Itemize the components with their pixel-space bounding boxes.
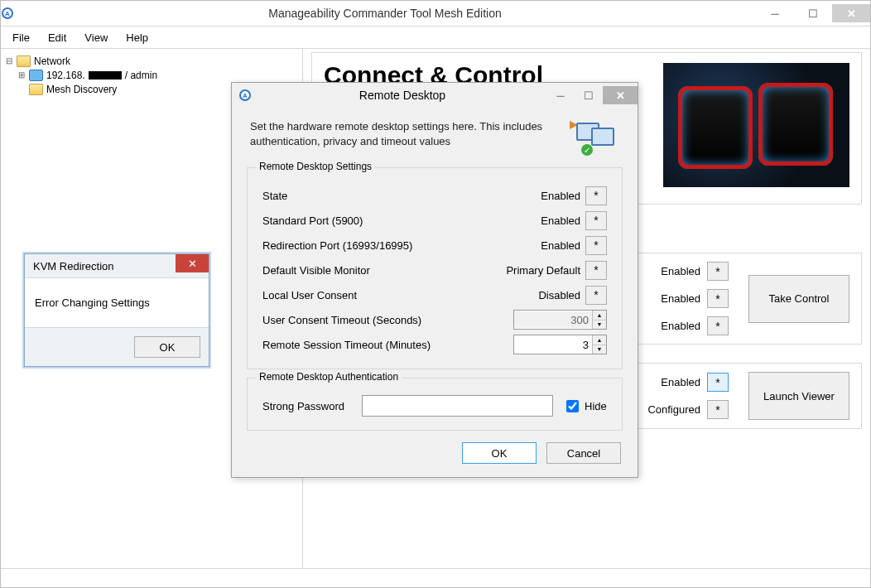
spinner-up-icon[interactable]: ▲: [593, 335, 606, 345]
menubar: File Edit View Help: [1, 27, 870, 49]
main-titlebar: A Manageability Commander Tool Mesh Edit…: [1, 1, 870, 27]
monitor-options-button[interactable]: *: [585, 261, 607, 280]
hide-password-checkbox[interactable]: Hide: [563, 398, 607, 415]
standard-port-value: Enabled: [498, 214, 580, 227]
monitor-label: Default Visible Monitor: [262, 264, 498, 277]
svg-text:A: A: [243, 92, 248, 99]
maximize-button[interactable]: ☐: [794, 4, 832, 22]
options-button[interactable]: *: [707, 262, 729, 281]
close-button[interactable]: ✕: [603, 86, 638, 104]
settings-group: Remote Desktop Settings StateEnabled* St…: [247, 167, 623, 369]
consent-label: Local User Consent: [262, 289, 498, 301]
redirection-port-label: Redirection Port (16993/16995): [262, 239, 498, 252]
launch-viewer-button[interactable]: Launch Viewer: [748, 372, 849, 420]
cancel-button[interactable]: Cancel: [546, 442, 621, 464]
tree-label: / admin: [125, 70, 157, 81]
state-options-button[interactable]: *: [585, 186, 607, 205]
close-button[interactable]: ✕: [176, 254, 209, 272]
options-button[interactable]: *: [707, 289, 729, 308]
hide-label: Hide: [585, 400, 607, 412]
state-value: Enabled: [498, 190, 580, 202]
redacted-text: [89, 71, 122, 80]
ok-button[interactable]: OK: [462, 442, 537, 464]
app-icon: A: [238, 89, 252, 102]
status-bar: [1, 568, 870, 587]
close-button[interactable]: ✕: [832, 4, 870, 22]
consent-value: Disabled: [498, 289, 580, 301]
consent-timeout-spinner[interactable]: ▲▼: [513, 310, 607, 330]
minimize-button[interactable]: ─: [546, 86, 575, 104]
redirection-port-value: Enabled: [498, 239, 580, 252]
folder-icon: [17, 55, 31, 67]
consent-timeout-input: [514, 311, 592, 328]
consent-timeout-label: User Consent Timeout (Seconds): [262, 314, 513, 326]
remote-desktop-icon: ✓: [573, 119, 619, 157]
menu-help[interactable]: Help: [126, 31, 148, 44]
expand-icon[interactable]: ⊞: [17, 70, 26, 80]
status-value: Configured: [642, 403, 700, 416]
status-value: Enabled: [642, 265, 700, 277]
hero-image: [663, 63, 849, 187]
password-label: Strong Password: [262, 400, 362, 412]
maximize-button[interactable]: ☐: [575, 86, 603, 104]
hide-checkbox-input[interactable]: [566, 400, 579, 412]
app-icon: A: [1, 7, 14, 20]
window-title: Manageability Commander Tool Mesh Editio…: [14, 7, 756, 20]
state-label: State: [262, 190, 498, 202]
spinner-down-icon[interactable]: ▼: [593, 345, 606, 354]
authentication-group: Remote Desktop Authentication Strong Pas…: [247, 378, 623, 431]
dialog-message: Error Changing Settings: [25, 277, 209, 328]
menu-edit[interactable]: Edit: [48, 31, 66, 44]
redirection-port-options-button[interactable]: *: [585, 236, 607, 255]
tree-label: Mesh Discovery: [46, 84, 117, 95]
password-input[interactable]: [362, 395, 553, 417]
options-button[interactable]: *: [707, 400, 729, 419]
status-value: Enabled: [642, 320, 700, 332]
options-button[interactable]: *: [707, 373, 729, 392]
consent-options-button[interactable]: *: [585, 286, 607, 305]
standard-port-label: Standard Port (5900): [262, 214, 498, 227]
remote-desktop-dialog: A Remote Desktop ─ ☐ ✕ Set the hardware …: [231, 82, 638, 478]
tree-label: Network: [34, 55, 70, 67]
take-control-button[interactable]: Take Control: [748, 275, 849, 323]
menu-file[interactable]: File: [12, 31, 30, 44]
dialog-title: KVM Redirection: [33, 260, 114, 272]
menu-view[interactable]: View: [84, 31, 108, 44]
minimize-button[interactable]: ─: [756, 4, 794, 22]
ok-button[interactable]: OK: [134, 336, 200, 358]
computer-icon: [29, 70, 43, 81]
monitor-value: Primary Default: [498, 264, 580, 277]
session-timeout-label: Remote Session Timeout (Minutes): [262, 339, 513, 351]
status-value: Enabled: [642, 292, 700, 305]
group-title: Remote Desktop Authentication: [256, 371, 402, 383]
collapse-icon[interactable]: ⊟: [4, 56, 13, 65]
svg-text:A: A: [5, 10, 10, 17]
tree-node-network[interactable]: ⊟ Network: [4, 54, 299, 68]
dialog-description: Set the hardware remote desktop settings…: [250, 119, 560, 157]
spinner-down-icon[interactable]: ▼: [593, 321, 606, 330]
kvm-error-dialog: KVM Redirection ✕ Error Changing Setting…: [24, 253, 209, 367]
standard-port-options-button[interactable]: *: [585, 211, 607, 230]
dialog-title: Remote Desktop: [258, 89, 546, 102]
options-button[interactable]: *: [707, 316, 729, 335]
folder-icon: [29, 84, 43, 95]
spinner-up-icon[interactable]: ▲: [593, 311, 606, 321]
status-value: Enabled: [642, 376, 700, 388]
session-timeout-spinner[interactable]: ▲▼: [513, 335, 607, 354]
group-title: Remote Desktop Settings: [256, 161, 375, 172]
tree-node-host[interactable]: ⊞ 192.168./ admin: [4, 68, 299, 82]
session-timeout-input[interactable]: [514, 336, 592, 353]
tree-label: 192.168.: [46, 70, 85, 81]
